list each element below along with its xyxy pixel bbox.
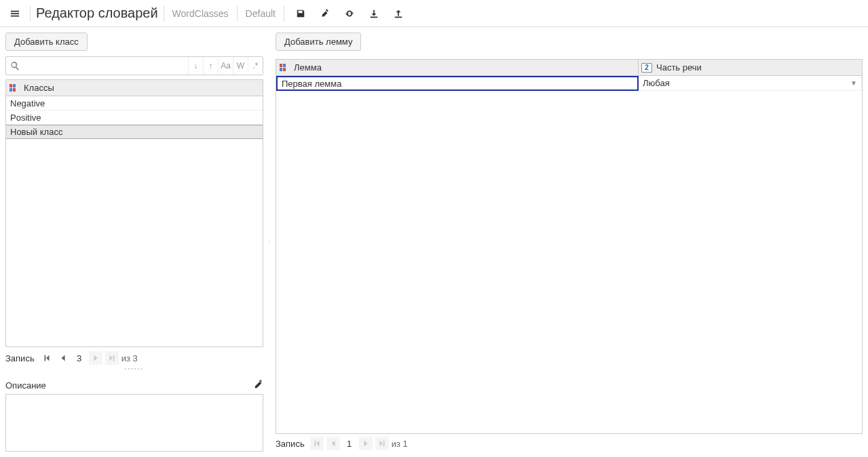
svg-rect-0	[10, 84, 12, 87]
pager-prev-icon[interactable]	[326, 437, 340, 450]
classes-column-header[interactable]: Классы	[6, 80, 263, 96]
class-row[interactable]: Новый класс	[6, 125, 263, 139]
pos-header-label: Часть речи	[656, 62, 702, 73]
lemma-text: Первая лемма	[282, 79, 341, 89]
divider	[30, 5, 31, 22]
class-row-label: Negative	[10, 98, 45, 108]
pager-last-icon[interactable]	[105, 351, 119, 365]
breadcrumb-default[interactable]: Default	[243, 8, 278, 19]
add-class-button[interactable]: Добавить класс	[5, 33, 88, 51]
column-number-badge: 2	[641, 63, 652, 73]
pager-last-icon[interactable]	[375, 437, 389, 450]
app-title: Редактор словарей	[36, 5, 158, 21]
column-type-icon	[279, 63, 290, 73]
panel-splitter[interactable]: ⋮	[267, 33, 271, 452]
svg-rect-5	[283, 64, 286, 67]
svg-rect-3	[13, 88, 16, 92]
sort-asc-icon[interactable]: ↑	[203, 57, 218, 75]
lemma-row[interactable]: Первая лемма Любая ▼	[276, 76, 862, 91]
dropdown-arrow-icon: ▼	[850, 79, 857, 87]
pager-label: Запись	[5, 353, 35, 363]
pager-label: Запись	[276, 439, 305, 449]
divider	[284, 5, 284, 22]
whole-word-toggle[interactable]: W	[233, 57, 248, 75]
classes-pager: Запись 3 из 3	[5, 350, 263, 366]
pos-cell[interactable]: Любая ▼	[639, 76, 862, 91]
classes-panel: Добавить класс ↓ ↑ Aa W .* Классы	[5, 33, 263, 452]
classes-header-label: Классы	[24, 83, 54, 93]
description-textarea[interactable]	[5, 394, 263, 452]
column-type-icon	[9, 83, 20, 93]
pager-prev-icon[interactable]	[56, 351, 70, 365]
lemmas-grid: Лемма 2 Часть речи Первая лемма Любая	[276, 59, 863, 434]
resize-handle[interactable]: ••••••	[5, 367, 263, 372]
pager-next-icon[interactable]	[89, 351, 102, 365]
divider	[164, 5, 164, 22]
description-title: Описание	[5, 380, 46, 391]
pos-column-header[interactable]: 2 Часть речи	[639, 60, 862, 75]
svg-rect-6	[280, 68, 282, 71]
header-toolbar: Редактор словарей WordClasses Default	[0, 0, 868, 27]
lemma-header-label: Лемма	[294, 62, 322, 73]
case-toggle[interactable]: Aa	[218, 57, 233, 75]
pager-total: из 1	[392, 439, 408, 449]
svg-rect-2	[10, 88, 12, 92]
lemma-column-header[interactable]: Лемма	[276, 60, 639, 75]
hamburger-menu-icon[interactable]	[5, 4, 24, 23]
pager-first-icon[interactable]	[40, 351, 54, 365]
download-icon[interactable]	[363, 4, 385, 23]
classes-grid: Классы Negative Positive Новый класс	[5, 79, 263, 347]
svg-rect-1	[13, 84, 16, 87]
search-row: ↓ ↑ Aa W .*	[5, 56, 263, 75]
pager-current[interactable]: 3	[73, 353, 86, 363]
add-lemma-button[interactable]: Добавить лемму	[276, 33, 361, 51]
upload-icon[interactable]	[388, 4, 409, 23]
search-icon	[6, 61, 24, 71]
svg-rect-4	[280, 64, 282, 67]
lemmas-pager: Запись 1 из 1	[276, 435, 863, 452]
pager-current[interactable]: 1	[343, 439, 356, 449]
lemma-cell-editing[interactable]: Первая лемма	[276, 76, 639, 91]
breadcrumb-wordclasses[interactable]: WordClasses	[170, 8, 231, 19]
class-row-label: Новый класс	[10, 127, 62, 137]
refresh-icon[interactable]	[339, 4, 360, 23]
class-row-label: Positive	[10, 113, 41, 123]
pager-next-icon[interactable]	[359, 437, 373, 450]
class-row[interactable]: Negative	[6, 96, 263, 111]
search-input[interactable]	[24, 57, 188, 75]
description-section: Описание	[5, 377, 263, 452]
pager-total: из 3	[121, 353, 138, 363]
save-icon[interactable]	[290, 4, 312, 23]
svg-rect-7	[283, 68, 286, 71]
lemmas-panel: Добавить лемму Лемма 2 Часть речи	[276, 33, 863, 452]
edit-description-icon[interactable]	[254, 380, 263, 391]
regex-toggle[interactable]: .*	[248, 57, 263, 75]
clear-icon[interactable]	[314, 4, 336, 23]
sort-desc-icon[interactable]: ↓	[188, 57, 203, 75]
divider	[237, 5, 238, 22]
pos-text: Любая	[643, 78, 670, 88]
class-row[interactable]: Positive	[6, 111, 263, 125]
pager-first-icon[interactable]	[310, 437, 324, 450]
